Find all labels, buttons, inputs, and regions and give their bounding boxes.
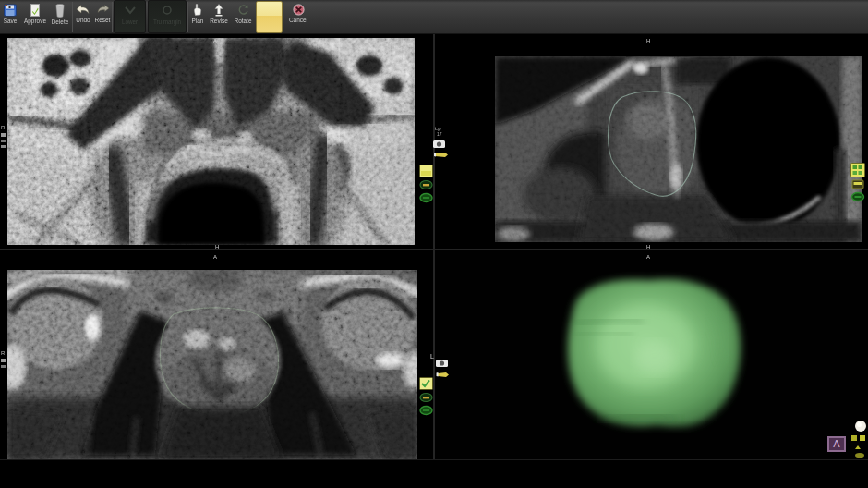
svg-text:R: R: [1, 125, 6, 130]
svg-text:17: 17: [437, 131, 442, 137]
svg-text:R: R: [1, 350, 6, 356]
svg-text:L: L: [430, 353, 434, 360]
